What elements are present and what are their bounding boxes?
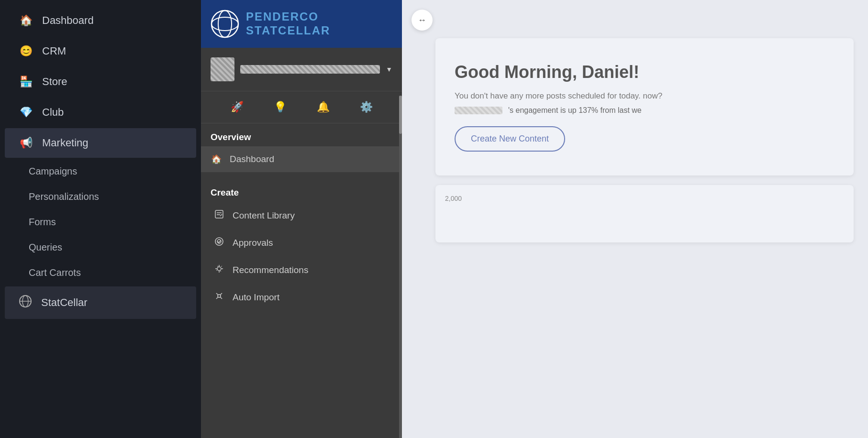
- subtitle-text: You don't have any more posts scheduled …: [455, 91, 641, 100]
- sidebar-label-dashboard: Dashboard: [42, 14, 94, 27]
- crm-icon: 😊: [19, 45, 33, 57]
- approvals-icon: [213, 237, 225, 249]
- nav-label-dashboard: Dashboard: [230, 154, 274, 164]
- content-library-icon: [213, 209, 225, 221]
- left-sidebar: 🏠 Dashboard 😊 CRM 🏪 Store 💎 Club 📢 Marke…: [0, 0, 201, 438]
- sidebar-item-marketing[interactable]: 📢 Marketing: [5, 128, 196, 158]
- brand-name1: PENDERCO: [246, 10, 330, 24]
- nav-item-approvals[interactable]: Approvals: [201, 229, 402, 256]
- middle-panel: PENDERCO STATCELLAR ▼ 🚀 💡 🔔 ⚙️ Overview …: [201, 0, 402, 438]
- engagement-text: 's engagement is up 137% from last we: [508, 106, 642, 115]
- greeting-subtitle: You don't have any more posts scheduled …: [455, 90, 835, 102]
- sidebar-item-club[interactable]: 💎 Club: [5, 98, 196, 127]
- sidebar-item-crm[interactable]: 😊 CRM: [5, 36, 196, 66]
- bell-icon[interactable]: 🔔: [317, 101, 330, 113]
- create-new-content-button[interactable]: Create New Content: [455, 126, 565, 152]
- nav-label-auto-import: Auto Import: [233, 292, 279, 303]
- dropdown-arrow-icon[interactable]: ▼: [386, 66, 392, 73]
- bulb-icon[interactable]: 💡: [274, 101, 287, 113]
- chart-value-label: 2,000: [445, 195, 844, 202]
- icon-bar: 🚀 💡 🔔 ⚙️: [201, 91, 402, 123]
- sidebar-item-store[interactable]: 🏪 Store: [5, 67, 196, 97]
- create-section-label: Create: [201, 179, 402, 202]
- svg-point-4: [218, 11, 232, 37]
- sidebar-item-statcellar[interactable]: StatCellar: [5, 286, 196, 319]
- greeting-card: Good Morning, Daniel! You don't have any…: [435, 38, 854, 175]
- chart-area: 2,000: [435, 185, 854, 242]
- sub-label-queries: Queries: [29, 242, 62, 253]
- user-name-placeholder: [240, 65, 380, 74]
- sidebar-item-dashboard[interactable]: 🏠 Dashboard: [5, 6, 196, 35]
- nav-item-auto-import[interactable]: Auto Import: [201, 284, 402, 311]
- nav-label-content-library: Content Library: [233, 210, 295, 221]
- marketing-icon: 📢: [19, 137, 33, 149]
- sub-label-forms: Forms: [29, 217, 56, 228]
- gear-icon[interactable]: ⚙️: [360, 101, 373, 113]
- club-icon: 💎: [19, 106, 33, 119]
- sidebar-item-queries[interactable]: Queries: [0, 235, 201, 260]
- sidebar-label-club: Club: [42, 106, 64, 119]
- svg-point-12: [218, 295, 221, 297]
- brand-name: PENDERCO STATCELLAR: [246, 10, 330, 38]
- right-area: ↔ Good Morning, Daniel! You don't have a…: [402, 0, 868, 438]
- svg-point-9: [215, 238, 223, 245]
- svg-point-3: [211, 11, 238, 37]
- auto-import-icon: [213, 291, 225, 303]
- brand-header: PENDERCO STATCELLAR: [201, 0, 402, 48]
- nav-item-dashboard[interactable]: 🏠 Dashboard: [201, 146, 402, 172]
- sidebar-label-store: Store: [42, 76, 67, 88]
- avatar: [211, 57, 234, 81]
- sidebar-label-statcellar: StatCellar: [41, 296, 88, 309]
- sidebar-item-forms[interactable]: Forms: [0, 209, 201, 235]
- engagement-row: 's engagement is up 137% from last we: [455, 106, 835, 115]
- nav-label-recommendations: Recommendations: [233, 265, 308, 275]
- user-section: ▼: [201, 48, 402, 91]
- dashboard-nav-icon: 🏠: [211, 154, 222, 164]
- subtitle2-text: now?: [643, 91, 663, 100]
- nav-item-content-library[interactable]: Content Library: [201, 202, 402, 229]
- sub-label-campaigns: Campaigns: [29, 166, 77, 177]
- scroll-expand-button[interactable]: ↔: [412, 10, 433, 31]
- store-icon: 🏪: [19, 76, 33, 88]
- brand-logo-icon: [211, 10, 239, 38]
- brand-name2: STATCELLAR: [246, 24, 330, 38]
- sidebar-label-marketing: Marketing: [42, 137, 89, 149]
- svg-point-5: [211, 17, 238, 31]
- home-icon: 🏠: [19, 14, 33, 27]
- statcellar-icon: [19, 295, 32, 310]
- nav-label-approvals: Approvals: [233, 238, 273, 248]
- recommendations-icon: [213, 264, 225, 276]
- sub-label-cart-carrots: Cart Carrots: [29, 267, 81, 278]
- sidebar-item-personalizations[interactable]: Personalizations: [0, 184, 201, 209]
- sidebar-label-crm: CRM: [42, 45, 66, 57]
- rocket-icon[interactable]: 🚀: [231, 101, 244, 113]
- nav-item-recommendations[interactable]: Recommendations: [201, 256, 402, 284]
- svg-point-11: [217, 267, 221, 271]
- sub-label-personalizations: Personalizations: [29, 191, 99, 202]
- sidebar-item-cart-carrots[interactable]: Cart Carrots: [0, 260, 201, 285]
- greeting-title: Good Morning, Daniel!: [455, 62, 835, 82]
- sidebar-item-campaigns[interactable]: Campaigns: [0, 159, 201, 184]
- engagement-placeholder: [455, 107, 502, 114]
- overview-section-label: Overview: [201, 123, 402, 146]
- marketing-sub-items: Campaigns Personalizations Forms Queries…: [0, 159, 201, 285]
